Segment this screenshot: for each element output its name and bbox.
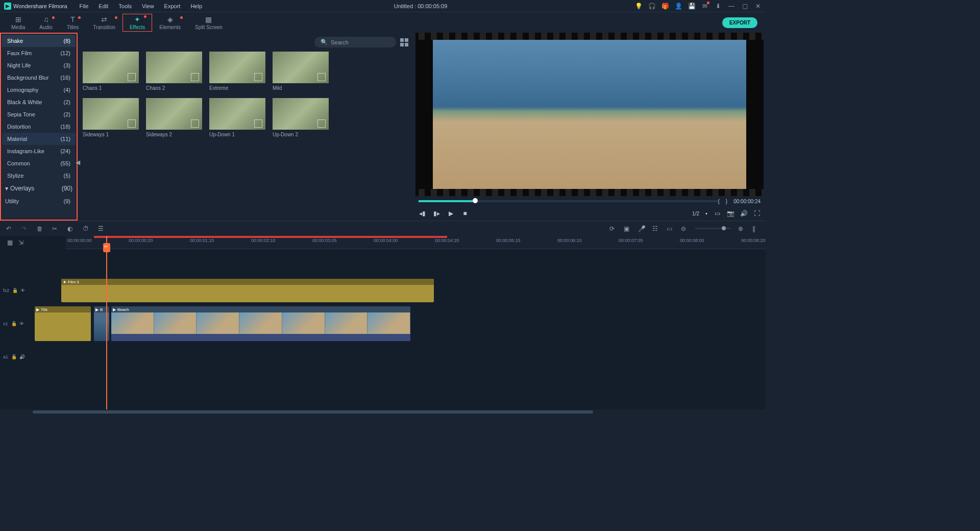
sidebar-item-sepia[interactable]: Sepia Tone(2) bbox=[2, 108, 76, 120]
headset-icon[interactable]: 🎧 bbox=[648, 3, 655, 10]
lock-icon[interactable]: 🔓 bbox=[11, 321, 16, 326]
menu-view[interactable]: View bbox=[138, 3, 158, 9]
marker-icon[interactable]: ▣ bbox=[624, 225, 631, 232]
effect-card[interactable]: Sideways 1 bbox=[83, 98, 139, 137]
grid-view-icon[interactable] bbox=[400, 38, 408, 46]
close-icon[interactable]: ✕ bbox=[754, 3, 762, 10]
mute-icon[interactable]: 🔊 bbox=[19, 354, 24, 359]
menu-edit[interactable]: Edit bbox=[94, 3, 112, 9]
effect-card[interactable]: Chaos 2 bbox=[146, 52, 202, 91]
clip-beach[interactable]: ▶Beach bbox=[111, 306, 410, 341]
sidebar-group-utility[interactable]: Utility(9) bbox=[2, 195, 76, 207]
user-icon[interactable]: 👤 bbox=[675, 3, 682, 10]
mixer-icon[interactable]: ☷ bbox=[652, 225, 659, 232]
fit-icon[interactable]: ‖ bbox=[752, 225, 760, 232]
tab-elements[interactable]: ◈Elements bbox=[152, 15, 188, 30]
fullscreen-icon[interactable]: ⛶ bbox=[753, 210, 761, 217]
menu-file[interactable]: File bbox=[76, 3, 93, 9]
tab-titles[interactable]: TTitles bbox=[60, 15, 86, 30]
menu-help[interactable]: Help bbox=[186, 3, 206, 9]
transition-icon: ⇄ bbox=[101, 15, 107, 23]
export-button[interactable]: EXPORT bbox=[722, 17, 757, 28]
sidebar-item-lomography[interactable]: Lomography(4) bbox=[2, 84, 76, 96]
timeline-expand-icon[interactable]: ⇲ bbox=[18, 239, 26, 246]
minimize-icon[interactable]: — bbox=[728, 3, 735, 10]
speed-button[interactable]: ⏱ bbox=[83, 225, 90, 232]
tab-effects[interactable]: ✦Effects bbox=[122, 14, 152, 32]
preview-ratio[interactable]: 1/2 bbox=[692, 211, 699, 216]
display-icon[interactable]: ▭ bbox=[714, 210, 721, 217]
effect-label: Chaos 1 bbox=[83, 85, 139, 91]
sidebar-item-shake[interactable]: Shake(8) bbox=[2, 35, 76, 47]
sidebar-item-distortion[interactable]: Distortion(18) bbox=[2, 120, 76, 133]
clip-70s[interactable]: ▶70s bbox=[35, 306, 91, 341]
voiceover-icon[interactable]: 🎤 bbox=[638, 225, 645, 232]
timeline-settings-icon[interactable]: ▦ bbox=[7, 239, 14, 246]
menu-tools[interactable]: Tools bbox=[114, 3, 136, 9]
save-icon[interactable]: 💾 bbox=[688, 3, 695, 10]
ruler-tick: 00:00:02:10 bbox=[251, 238, 276, 243]
sidebar-item-material[interactable]: Material(11) bbox=[2, 133, 76, 145]
message-icon[interactable]: ✉ bbox=[701, 3, 708, 10]
playhead-handle[interactable] bbox=[103, 243, 110, 252]
idea-icon[interactable]: 💡 bbox=[635, 3, 642, 10]
tab-media[interactable]: ⊞Media bbox=[4, 15, 32, 30]
tab-audio[interactable]: ♫Audio bbox=[32, 15, 60, 30]
download-icon[interactable]: ⬇ bbox=[715, 3, 722, 10]
maximize-icon[interactable]: ▢ bbox=[741, 3, 748, 10]
effect-card[interactable]: Mild bbox=[273, 52, 329, 91]
search-input[interactable]: 🔍Search bbox=[314, 37, 396, 47]
next-frame-button[interactable]: ▮▸ bbox=[433, 210, 440, 217]
menu-export[interactable]: Export bbox=[160, 3, 185, 9]
lock-icon[interactable]: 🔓 bbox=[11, 354, 16, 359]
stop-button[interactable]: ■ bbox=[461, 210, 469, 217]
playhead[interactable] bbox=[106, 236, 107, 409]
timeline-scrollbar[interactable] bbox=[0, 409, 766, 415]
sidebar-item-common[interactable]: Common(55) bbox=[2, 157, 76, 170]
lock-icon[interactable]: 🔓 bbox=[12, 288, 17, 293]
sidebar-item-fauxfilm[interactable]: Faux Film(12) bbox=[2, 47, 76, 59]
eye-icon[interactable]: 👁 bbox=[19, 321, 24, 326]
undo-button[interactable]: ↶ bbox=[6, 225, 13, 232]
snap-icon[interactable]: ▭ bbox=[667, 225, 674, 232]
split-button[interactable]: ✂ bbox=[52, 225, 59, 232]
marker-out[interactable]: } bbox=[726, 199, 727, 204]
sidebar-collapse-handle[interactable]: ◀ bbox=[76, 157, 80, 167]
video-icon: ▶ bbox=[36, 307, 39, 312]
sidebar-item-nightlife[interactable]: Night Life(3) bbox=[2, 59, 76, 71]
crop-button[interactable]: ◐ bbox=[67, 225, 75, 232]
effect-card[interactable]: Extreme bbox=[209, 52, 265, 91]
sidebar-item-stylize[interactable]: Stylize(5) bbox=[2, 170, 76, 182]
sidebar-group-overlays[interactable]: ▾Overlays(90) bbox=[2, 182, 76, 195]
gift-icon[interactable]: 🎁 bbox=[662, 3, 669, 10]
chevron-down-icon[interactable]: ▾ bbox=[705, 211, 707, 216]
timeline-ruler[interactable]: 00:00:00:0000:00:00:2000:00:01:1500:00:0… bbox=[65, 236, 766, 249]
effect-card[interactable]: Up-Down 1 bbox=[209, 98, 265, 137]
sidebar-item-instagram[interactable]: Instagram-Like(24) bbox=[2, 145, 76, 157]
redo-button[interactable]: ↷ bbox=[21, 225, 29, 232]
sidebar-item-bw[interactable]: Black & White(2) bbox=[2, 96, 76, 108]
eye-icon[interactable]: 👁 bbox=[20, 288, 26, 293]
sidebar-item-bgblur[interactable]: Background Blur(16) bbox=[2, 71, 76, 84]
tab-splitscreen[interactable]: ▦Split Screen bbox=[188, 15, 230, 30]
effect-card[interactable]: Up-Down 2 bbox=[273, 98, 329, 137]
tab-transition[interactable]: ⇄Transition bbox=[86, 15, 122, 30]
clip-film3[interactable]: ★Film 3 bbox=[61, 279, 434, 302]
prev-frame-button[interactable]: ◂▮ bbox=[419, 210, 426, 217]
zoom-slider[interactable] bbox=[695, 228, 731, 229]
volume-icon[interactable]: 🔊 bbox=[740, 210, 747, 217]
color-button[interactable]: ☰ bbox=[98, 225, 105, 232]
preview-scrubber[interactable]: { } 00:00:00:24 bbox=[413, 196, 766, 206]
effect-label: Extreme bbox=[209, 85, 265, 91]
play-button[interactable]: ▶ bbox=[447, 210, 454, 217]
scrub-handle[interactable] bbox=[473, 198, 478, 203]
zoom-in-icon[interactable]: ⊕ bbox=[738, 225, 745, 232]
snapshot-icon[interactable]: 📷 bbox=[727, 210, 734, 217]
timeline: ▦ ⇲ 00:00:00:0000:00:00:2000:00:01:1500:… bbox=[0, 236, 766, 415]
render-icon[interactable]: ⟳ bbox=[609, 225, 617, 232]
effect-card[interactable]: Chaos 1 bbox=[83, 52, 139, 91]
zoom-out-icon[interactable]: ⊖ bbox=[681, 225, 688, 232]
marker-in[interactable]: { bbox=[718, 199, 719, 204]
effect-card[interactable]: Sideways 2 bbox=[146, 98, 202, 137]
delete-button[interactable]: 🗑 bbox=[37, 225, 44, 232]
